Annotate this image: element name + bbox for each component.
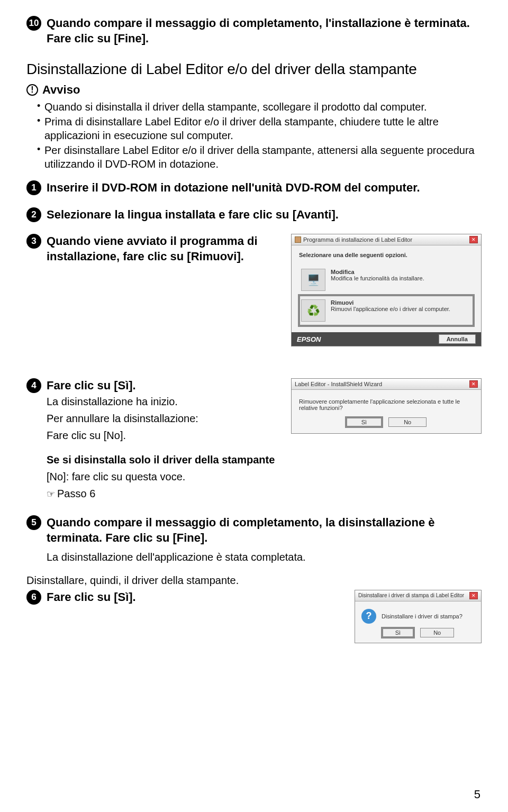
- section-title: Disinstallazione di Label Editor e/o del…: [26, 61, 482, 78]
- install-dialog: Programma di installazione di Label Edit…: [291, 234, 482, 346]
- step-5-number: 5: [26, 515, 41, 530]
- brand-label: EPSON: [297, 335, 321, 343]
- yes-button[interactable]: Sì: [382, 628, 414, 637]
- close-icon[interactable]: ✕: [469, 592, 478, 599]
- step-1-row: 1 Inserire il DVD-ROM in dotazione nell'…: [26, 180, 482, 196]
- step-6-bold: Fare clic su [Sì].: [47, 590, 345, 605]
- uninstall-dialog-msg: Disinstallare i driver di stampa?: [382, 613, 462, 619]
- step-2-text: Selezionare la lingua installata e fare …: [47, 207, 482, 223]
- step-4-sub-bold: Se si disinstalla solo il driver della s…: [47, 453, 282, 467]
- install-dialog-title: Programma di installazione di Label Edit…: [303, 236, 412, 243]
- avviso-label: Avviso: [42, 83, 80, 97]
- uninstall-dialog-title: Disinstallare i driver di stampa di Labe…: [358, 592, 464, 598]
- step-4-l3: Fare clic su [No].: [47, 428, 282, 442]
- uninstall-dialog-titlebar: Disinstallare i driver di stampa di Labe…: [355, 590, 481, 601]
- confirm-dialog-titlebar: Label Editor - InstallShield Wizard ✕: [292, 379, 481, 390]
- avviso-bullet-2: Prima di disinstallare Label Editor e/o …: [37, 115, 482, 142]
- step-2-row: 2 Selezionare la lingua installata e far…: [26, 207, 482, 223]
- confirm-dialog-title: Label Editor - InstallShield Wizard: [295, 381, 382, 387]
- modify-icon: 🖥️: [301, 269, 325, 291]
- step-6-number: 6: [26, 590, 41, 605]
- step-3-number: 3: [26, 234, 41, 249]
- step-5-bold: Quando compare il messaggio di completam…: [47, 515, 482, 545]
- step-6-block: 6 Fare clic su [Sì]. Disinstallare i dri…: [26, 590, 482, 643]
- question-icon: ?: [361, 609, 376, 624]
- step-4-block: 4 Fare clic su [Sì]. La disinstallazione…: [26, 378, 482, 504]
- close-icon[interactable]: ✕: [469, 236, 478, 243]
- confirm-dialog: Label Editor - InstallShield Wizard ✕ Ri…: [291, 378, 482, 434]
- uninstall-dialog: Disinstallare i driver di stampa di Labe…: [355, 590, 482, 643]
- step-5-row: 5 Quando compare il messaggio di complet…: [26, 515, 482, 545]
- option-remove-title: Rimuovi: [331, 299, 450, 306]
- option-modify[interactable]: 🖥️ Modifica Modifica le funzionalità da …: [299, 264, 474, 295]
- page-number: 5: [474, 788, 480, 801]
- no-button[interactable]: No: [420, 628, 454, 637]
- step-4-l1: La disinstallazione ha inizio.: [47, 395, 282, 408]
- package-icon: [295, 236, 301, 243]
- avviso-list: Quando si disinstalla il driver della st…: [37, 100, 482, 171]
- step-2-number: 2: [26, 207, 41, 222]
- step-5-l1: La disinstallazione dell'applicazione è …: [47, 550, 482, 564]
- close-icon[interactable]: ✕: [469, 380, 478, 388]
- step-10-row: 10 Quando compare il messaggio di comple…: [26, 16, 482, 46]
- step-1-number: 1: [26, 180, 41, 195]
- step-4-sub-l2-text: Passo 6: [57, 488, 95, 499]
- step-4-number: 4: [26, 378, 41, 393]
- step-1-text: Inserire il DVD-ROM in dotazione nell'un…: [47, 180, 482, 196]
- option-remove-desc: Rimuovi l'applicazione e/o i driver al c…: [331, 306, 450, 312]
- step-4-l2: Per annullare la disinstallazione:: [47, 412, 282, 425]
- install-dialog-footer: EPSON Annulla: [292, 332, 481, 346]
- yes-button[interactable]: Sì: [346, 417, 382, 427]
- option-modify-title: Modifica: [331, 269, 424, 275]
- no-button[interactable]: No: [388, 417, 427, 427]
- avviso-bullet-3: Per disinstallare Label Editor e/o il dr…: [37, 143, 482, 171]
- step-3-block: 3 Quando viene avviato il programma di i…: [26, 234, 482, 346]
- option-remove[interactable]: ♻️ Rimuovi Rimuovi l'applicazione e/o i …: [299, 295, 474, 326]
- hand-icon: ☞: [47, 489, 55, 499]
- step-3-text: Quando viene avviato il programma di ins…: [47, 234, 282, 264]
- cancel-button[interactable]: Annulla: [439, 334, 476, 344]
- step-10-number: 10: [26, 16, 41, 31]
- confirm-dialog-msg: Rimuovere completamente l'applicazione s…: [292, 390, 481, 417]
- after-step5-text: Disinstallare, quindi, il driver della s…: [26, 574, 482, 587]
- avviso-bullet-1: Quando si disinstalla il driver della st…: [37, 100, 482, 114]
- remove-icon: ♻️: [301, 299, 325, 322]
- step-4-sub-l1: [No]: fare clic su questa voce.: [47, 470, 282, 483]
- install-dialog-heading: Selezionare una delle seguenti opzioni.: [299, 252, 474, 258]
- avviso-header: ! Avviso: [26, 83, 482, 97]
- option-modify-desc: Modifica le funzionalità da installare.: [331, 275, 424, 281]
- install-dialog-titlebar: Programma di installazione di Label Edit…: [292, 234, 481, 245]
- step-10-text: Quando compare il messaggio di completam…: [47, 16, 482, 46]
- warning-icon: !: [26, 84, 38, 96]
- step-4-sub-l2: ☞Passo 6: [47, 487, 282, 500]
- step-4-bold: Fare clic su [Sì].: [47, 378, 282, 394]
